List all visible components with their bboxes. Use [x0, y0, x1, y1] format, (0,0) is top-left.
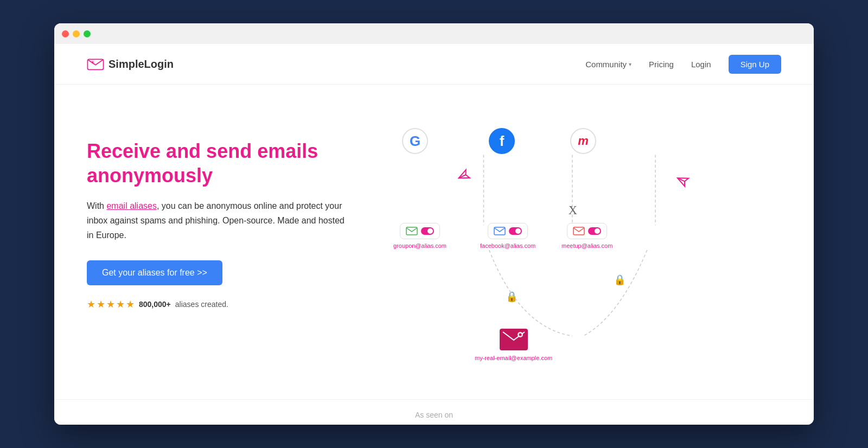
groupon-alias-chip[interactable]: [400, 223, 440, 239]
navbar: SimpleLogin Community ▾ Pricing Login Si…: [54, 44, 814, 85]
meetup-alias-chip[interactable]: [567, 223, 607, 239]
svg-rect-9: [494, 227, 505, 235]
nav-links: Community ▾ Pricing Login Sign Up: [585, 55, 781, 74]
hero-description: With email aliases, you can be anonymous…: [87, 199, 347, 243]
meetup-icon: m: [570, 128, 596, 154]
close-dot[interactable]: [62, 30, 69, 37]
facebook-icon: f: [489, 128, 515, 154]
svg-point-13: [519, 334, 521, 336]
logo[interactable]: SimpleLogin: [87, 57, 174, 71]
real-email-envelope: [500, 329, 528, 350]
cta-button[interactable]: Get your aliases for free >>: [87, 260, 222, 285]
svg-rect-8: [406, 227, 417, 235]
logo-text: SimpleLogin: [108, 58, 174, 71]
svg-rect-10: [573, 227, 584, 235]
logo-icon: [87, 57, 104, 71]
email-icon-meetup: [573, 227, 585, 235]
real-email-label: my-real-email@example.com: [475, 355, 552, 361]
as-seen-on: As seen on: [54, 399, 814, 425]
alias-toggle-groupon[interactable]: [421, 227, 434, 235]
aliases-label: aliases created.: [175, 300, 228, 309]
star-4: ★: [116, 298, 125, 310]
star-1: ★: [87, 298, 95, 310]
aliases-count: 800,000+: [139, 300, 171, 309]
star-5: ★: [126, 298, 135, 310]
login-nav-link[interactable]: Login: [691, 60, 711, 69]
minimize-dot[interactable]: [73, 30, 80, 37]
meetup-alias-label: meetup@alias.com: [561, 242, 612, 249]
email-icon-facebook: [494, 227, 506, 235]
fullscreen-dot[interactable]: [84, 30, 91, 37]
star-3: ★: [106, 298, 115, 310]
community-nav-link[interactable]: Community ▾: [585, 60, 631, 69]
signup-button[interactable]: Sign Up: [729, 55, 781, 74]
browser-titlebar: [54, 23, 814, 44]
star-2: ★: [97, 298, 105, 310]
hero-stars: ★ ★ ★ ★ ★ 800,000+ aliases created.: [87, 298, 347, 310]
alias-toggle-facebook[interactable]: [509, 227, 522, 235]
groupon-alias-label: groupon@alias.com: [393, 242, 446, 249]
pricing-nav-link[interactable]: Pricing: [649, 60, 674, 69]
hero-left: Receive and send emails anonymously With…: [87, 117, 347, 310]
email-icon-groupon: [406, 227, 418, 235]
real-email-box: my-real-email@example.com: [475, 329, 552, 361]
groupon-alias: groupon@alias.com: [393, 223, 446, 249]
email-aliases-link[interactable]: email aliases: [106, 201, 156, 210]
hero-section: Receive and send emails anonymously With…: [54, 85, 814, 399]
browser-window: SimpleLogin Community ▾ Pricing Login Si…: [54, 23, 814, 425]
browser-content[interactable]: SimpleLogin Community ▾ Pricing Login Si…: [54, 44, 814, 425]
star-rating: ★ ★ ★ ★ ★: [87, 298, 135, 310]
facebook-alias: facebook@alias.com: [480, 223, 535, 249]
facebook-alias-label: facebook@alias.com: [480, 242, 535, 249]
meetup-alias: meetup@alias.com: [561, 223, 612, 249]
facebook-alias-chip[interactable]: [488, 223, 528, 239]
hero-title: Receive and send emails anonymously: [87, 139, 347, 188]
svg-text:X: X: [569, 203, 577, 217]
google-icon: G: [402, 128, 428, 154]
lock-icon-right: 🔒: [614, 273, 626, 286]
chevron-down-icon: ▾: [629, 61, 631, 67]
alias-toggle-meetup[interactable]: [588, 227, 601, 235]
hero-diagram: 🔒 🔒 X G: [369, 117, 781, 377]
lock-icon-left: 🔒: [506, 290, 518, 303]
